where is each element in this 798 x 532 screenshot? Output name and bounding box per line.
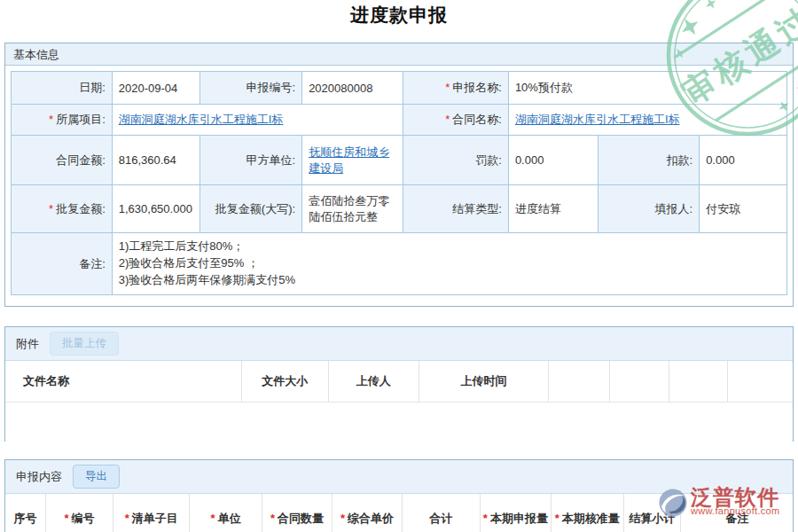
attachments-col-filesize: 文件大小 <box>241 361 328 402</box>
declaration-col-list-item: *清单子目 <box>113 494 190 532</box>
project-value: 湖南洞庭湖水库引水工程施工I标 <box>112 105 403 136</box>
attachments-col-extra <box>728 361 793 402</box>
required-icon: * <box>270 512 275 525</box>
approved-amount-value: 1,630,650.000 <box>112 185 200 233</box>
basic-info-section-header: 基本信息 <box>5 43 793 66</box>
party-a-link[interactable]: 抚顺住房和城乡建设局 <box>309 145 389 175</box>
basic-info-table: 日期: 2020-09-04 申报编号: 2020080008 *申报名称: 1… <box>11 71 787 295</box>
contract-name-link[interactable]: 湖南洞庭湖水库引水工程施工I标 <box>515 113 680 126</box>
attachments-col-extra <box>669 361 728 402</box>
declaration-col-seq: 序号 <box>5 494 45 532</box>
declaration-col-current-declared: *本期申报量 <box>480 494 551 532</box>
project-label: *所属项目: <box>12 105 113 136</box>
attachments-col-extra <box>549 361 610 402</box>
attachments-col-uploadtime: 上传时间 <box>419 361 549 402</box>
declaration-col-unit: *单位 <box>190 494 262 532</box>
declaration-col-remark: 备注 <box>681 494 793 532</box>
declaration-section-title: 申报内容 <box>16 469 62 485</box>
declaration-col-code: *编号 <box>45 494 113 532</box>
page-title: 进度款申报 <box>0 0 798 27</box>
attachments-section-title: 附件 <box>16 336 39 352</box>
declaration-section-header: 申报内容 导出 <box>5 460 793 494</box>
declaration-col-contract-qty: *合同数量 <box>262 494 332 532</box>
project-link[interactable]: 湖南洞庭湖水库引水工程施工I标 <box>119 113 284 126</box>
required-icon: * <box>445 81 450 94</box>
preparer-label: 填报人: <box>598 185 700 233</box>
declaration-col-settlement-subtotal: 结算小计 <box>623 494 681 532</box>
approved-amount-label: *批复金额: <box>12 185 113 233</box>
deduction-label: 扣款: <box>598 136 700 185</box>
export-button[interactable]: 导出 <box>73 465 120 489</box>
remark-label: 备注: <box>12 233 113 295</box>
settlement-type-value: 进度结算 <box>508 185 598 233</box>
deduction-value: 0.000 <box>700 136 787 185</box>
required-icon: * <box>340 512 345 525</box>
attachments-col-extra <box>610 361 669 402</box>
remark-value: 1)工程完工后支付80%； 2)验收合格后支付至95% ； 3)验收合格后两年保… <box>112 233 786 295</box>
declaration-name-label: *申报名称: <box>403 72 508 105</box>
preparer-value: 付安琼 <box>700 185 787 233</box>
declaration-no-label: 申报编号: <box>200 72 302 105</box>
required-icon: * <box>64 512 68 525</box>
required-icon: * <box>555 512 559 525</box>
penalty-label: 罚款: <box>403 136 508 185</box>
declaration-table: 序号 *编号 *清单子目 *单位 *合同数量 *综合单价 合计 *本期申报量 *… <box>5 494 793 532</box>
required-icon: * <box>445 113 450 126</box>
date-value: 2020-09-04 <box>112 72 200 105</box>
required-icon: * <box>211 512 215 525</box>
declaration-col-current-approved: *本期核准量 <box>551 494 623 532</box>
contract-amount-value: 816,360.64 <box>112 136 200 185</box>
declaration-name-value: 10%预付款 <box>508 72 786 105</box>
required-icon: * <box>49 202 53 215</box>
attachments-table: 文件名称 文件大小 上传人 上传时间 <box>5 361 793 403</box>
required-icon: * <box>483 512 488 525</box>
declaration-section: 申报内容 导出 序号 *编号 *清单子目 *单位 *合同数量 *综合单价 合计 … <box>4 459 794 532</box>
settlement-type-label: 结算类型: <box>403 185 508 233</box>
attachments-col-uploader: 上传人 <box>328 361 419 402</box>
party-a-label: 甲方单位: <box>200 136 302 185</box>
required-icon: * <box>125 512 129 525</box>
declaration-no-value: 2020080008 <box>302 72 403 105</box>
declaration-col-unit-price: *综合单价 <box>332 494 402 532</box>
attachments-empty-body <box>5 403 793 447</box>
declaration-col-total: 合计 <box>403 494 481 532</box>
basic-info-section: 基本信息 日期: 2020-09-04 申报编号: 2020080008 *申报… <box>4 43 794 307</box>
attachments-section: 附件 批量上传 文件名称 文件大小 上传人 上传时间 <box>4 326 794 442</box>
contract-name-label: *合同名称: <box>403 105 508 136</box>
date-label: 日期: <box>12 72 113 105</box>
approved-amount-caps-value: 壹佰陆拾叁万零陆佰伍拾元整 <box>302 185 403 233</box>
attachments-col-filename: 文件名称 <box>5 361 241 402</box>
approved-amount-caps-label: 批复金额(大写): <box>200 185 302 233</box>
contract-name-value: 湖南洞庭湖水库引水工程施工I标 <box>508 105 786 136</box>
required-icon: * <box>49 113 53 126</box>
party-a-value: 抚顺住房和城乡建设局 <box>302 136 403 185</box>
batch-upload-button[interactable]: 批量上传 <box>50 332 119 356</box>
contract-amount-label: 合同金额: <box>12 136 113 185</box>
penalty-value: 0.000 <box>508 136 598 185</box>
attachments-section-header: 附件 批量上传 <box>5 327 793 361</box>
